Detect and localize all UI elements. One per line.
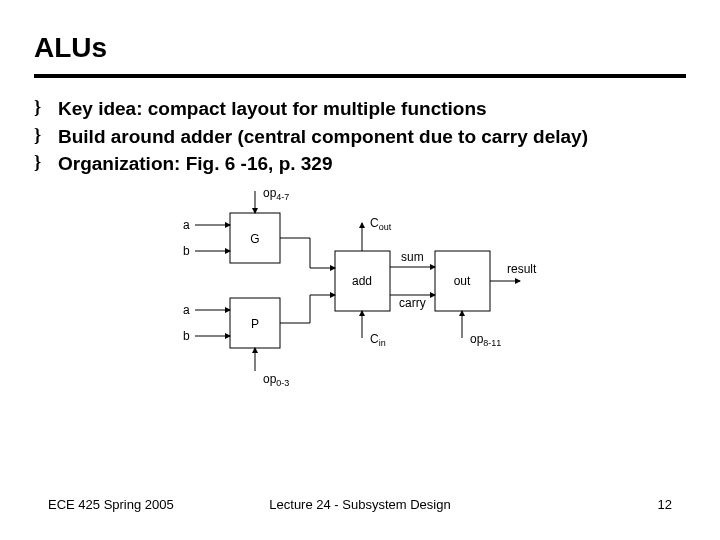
signal-carry: carry xyxy=(399,296,426,310)
slide-title: ALUs xyxy=(34,32,686,64)
signal-op-bot: op0-3 xyxy=(263,372,289,388)
bullet-text: Key idea: compact layout for multiple fu… xyxy=(58,96,686,122)
signal-sum: sum xyxy=(401,250,424,264)
signal-op-top: op4-7 xyxy=(263,186,289,202)
bullet-icon: } xyxy=(34,151,58,174)
signal-a2: a xyxy=(183,303,190,317)
bullet-list: } Key idea: compact layout for multiple … xyxy=(34,96,686,177)
signal-result: result xyxy=(507,262,537,276)
slide-footer: ECE 425 Spring 2005 Lecture 24 - Subsyst… xyxy=(0,497,720,512)
title-rule xyxy=(34,74,686,78)
block-out-label: out xyxy=(454,274,471,288)
list-item: } Build around adder (central component … xyxy=(34,124,686,150)
signal-cout: Cout xyxy=(370,216,392,232)
bullet-text: Build around adder (central component du… xyxy=(58,124,686,150)
signal-b2: b xyxy=(183,329,190,343)
block-add-label: add xyxy=(352,274,372,288)
signal-b1: b xyxy=(183,244,190,258)
bullet-icon: } xyxy=(34,96,58,119)
signal-a1: a xyxy=(183,218,190,232)
list-item: } Key idea: compact layout for multiple … xyxy=(34,96,686,122)
bullet-text: Organization: Fig. 6 -16, p. 329 xyxy=(58,151,686,177)
signal-cin: Cin xyxy=(370,332,386,348)
list-item: } Organization: Fig. 6 -16, p. 329 xyxy=(34,151,686,177)
signal-op-right: op8-11 xyxy=(470,332,501,348)
bullet-icon: } xyxy=(34,124,58,147)
block-g-label: G xyxy=(250,232,259,246)
footer-center: Lecture 24 - Subsystem Design xyxy=(0,497,720,512)
block-p-label: P xyxy=(251,317,259,331)
alu-diagram: G P add out a b a b op4-7 o xyxy=(175,183,545,393)
